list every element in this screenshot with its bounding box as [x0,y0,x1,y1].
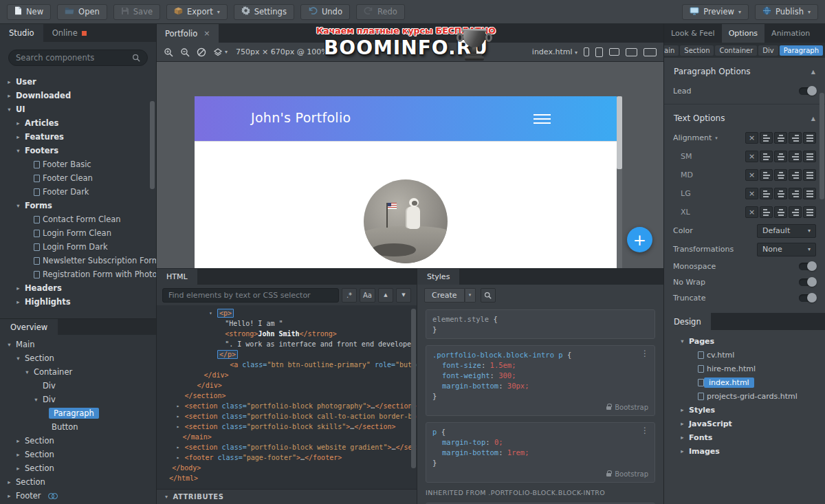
collapse-icon[interactable]: ▲ [811,69,815,75]
color-select[interactable]: Default▾ [757,224,816,238]
redo-button[interactable]: Redo [356,4,405,20]
active-file-dropdown[interactable]: index.html ▾ [532,47,578,56]
code-line[interactable]: ". I work as interface and front end dev… [157,339,417,349]
code-scrollbar[interactable] [411,309,416,468]
align-center-button[interactable] [774,132,787,144]
tab-studio[interactable]: Studio [0,24,43,42]
chevron-right-icon[interactable]: ▸ [14,298,22,305]
tab-look-feel[interactable]: Look & Feel [664,24,722,43]
zoom-in-icon[interactable] [164,47,173,57]
code-line[interactable]: ▸<section class="portfolio-block website… [157,442,417,452]
sidebar-scrollbar[interactable] [150,101,155,189]
paragraph-options-header[interactable]: Paragraph Options ▲ [673,58,816,82]
design-styles[interactable]: ▸Styles [673,403,816,417]
clear-button[interactable]: × [745,206,758,218]
chevron-down-icon[interactable]: ▾ [209,308,212,318]
component-login-form-dark[interactable]: Login Form Dark [0,240,156,254]
create-style-dropdown[interactable]: ▾ [465,288,476,303]
design-canvas[interactable]: John's Portfolio + [157,62,663,268]
breadcrumb-main[interactable]: Main [664,45,679,56]
widescreen-viewport-icon[interactable] [644,48,657,56]
chevron-right-icon[interactable]: ▸ [6,479,13,485]
tab-styles[interactable]: Styles [417,269,459,285]
chevron-down-icon[interactable]: ▾ [14,147,22,154]
align-justify-button[interactable] [803,188,816,199]
style-search-button[interactable] [481,288,496,303]
chevron-right-icon[interactable]: ▸ [6,492,13,499]
new-button[interactable]: New [7,4,51,20]
breadcrumb-section[interactable]: Section [680,45,714,56]
node-footer[interactable]: ▸Footer [0,489,156,503]
tab-animation[interactable]: Animation [764,24,817,43]
kebab-menu-icon[interactable]: ⋮ [641,349,649,358]
no-wrap-toggle[interactable] [799,278,816,286]
component-highlights[interactable]: ▸Highlights [0,295,156,309]
code-line[interactable]: </div> [157,380,417,391]
previous-match-button[interactable]: ▲ [378,288,393,303]
align-justify-button[interactable] [803,151,816,162]
align-left-button[interactable] [760,132,773,144]
layers-icon[interactable]: ▾ [213,48,228,56]
text-options-header[interactable]: Text Options ▲ [673,105,816,129]
preview-astronaut-photo[interactable] [364,179,448,263]
breadcrumb-paragraph[interactable]: Paragraph [780,45,823,56]
align-left-button[interactable] [760,188,773,199]
viewport-size-dropdown[interactable]: 750px × 670px @ 100% ▾ [236,47,336,56]
code-line[interactable]: <strong>John Smith</strong> [157,329,417,339]
attributes-section-header[interactable]: ▾ ATTRIBUTES [157,489,417,504]
kebab-menu-icon[interactable]: ⋮ [641,426,649,435]
align-right-button[interactable] [789,188,802,199]
design-images[interactable]: ▸Images [673,444,816,458]
code-line[interactable]: </p> [157,349,417,360]
component-newsletter-subscription-form[interactable]: Newsletter Subscription Form [0,254,156,267]
clear-button[interactable]: × [745,169,758,181]
add-component-button[interactable]: + [627,227,652,252]
node-paragraph[interactable]: Paragraph [0,406,156,420]
component-contact-form-clean[interactable]: Contact Form Clean [0,212,156,226]
chevron-down-icon[interactable]: ▾ [32,396,40,403]
component-forms[interactable]: ▾Forms [0,199,156,212]
chevron-down-icon[interactable]: ▾ [6,341,13,348]
node-container[interactable]: ▾Container [0,365,156,379]
align-justify-button[interactable] [803,169,816,181]
tablet-viewport-icon[interactable] [595,47,603,57]
open-button[interactable]: Open [57,4,107,20]
component-ui[interactable]: ▾UI [0,102,156,116]
chevron-right-icon[interactable]: ▸ [679,448,686,454]
code-line[interactable]: ▸<section class="portfolio-block photogr… [157,401,417,411]
code-line[interactable]: </div> [157,370,417,380]
create-style-button[interactable]: Create [424,288,465,303]
design-cv-html[interactable]: cv.html [673,348,816,362]
code-line[interactable]: ▸<footer class="page-footer">…</footer> [157,452,417,463]
save-button[interactable]: Save [113,4,160,20]
node-div[interactable]: ▾Div [0,393,156,406]
node-main[interactable]: ▾Main [0,338,156,351]
code-line[interactable]: </html> [157,473,417,483]
component-footers[interactable]: ▾Footers [0,144,156,157]
hamburger-menu-icon[interactable] [534,114,551,124]
design-pages[interactable]: ▾Pages [673,334,816,348]
chevron-right-icon[interactable]: ▸ [14,133,22,140]
chevron-right-icon[interactable]: ▸ [14,285,22,292]
chevron-down-icon[interactable]: ▾ [14,202,22,209]
clear-button[interactable]: × [745,151,758,162]
chevron-right-icon[interactable]: ▸ [6,78,13,85]
clear-button[interactable]: × [745,132,758,144]
chevron-right-icon[interactable]: ▸ [679,406,686,413]
component-features[interactable]: ▸Features [0,130,156,144]
phone-viewport-icon[interactable] [584,47,589,56]
publish-button[interactable]: Publish▾ [755,4,818,20]
code-line[interactable]: ▸<section class="portfolio-block call-to… [157,411,417,421]
node-section[interactable]: ▸Section [0,448,156,461]
align-right-button[interactable] [789,132,802,144]
align-justify-button[interactable] [803,206,816,218]
chevron-right-icon[interactable]: ▸ [679,434,686,441]
close-icon[interactable]: × [204,29,210,38]
lead-toggle[interactable] [799,87,816,95]
align-center-button[interactable] [774,188,787,199]
code-line[interactable]: <a class="btn btn-outline-primary" role=… [157,360,417,370]
design-hire-me-html[interactable]: hire-me.html [673,362,816,375]
search-components-input[interactable] [16,53,128,63]
tab-online[interactable]: Online [43,24,96,42]
node-div[interactable]: Div [0,379,156,393]
